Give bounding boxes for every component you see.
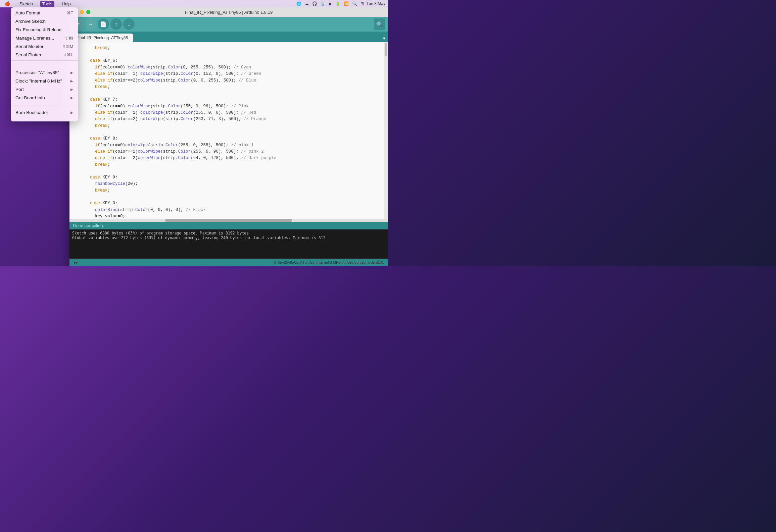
hscroll-thumb[interactable] <box>165 219 293 222</box>
status-line: 99 <box>74 260 78 264</box>
scrollbar-thumb[interactable] <box>385 43 387 56</box>
code-line: colorRing(strip.Color(0, 0, 0), 0); // B… <box>69 207 384 213</box>
code-line: else if(color==1) colorWipe(strip.Color(… <box>69 110 384 116</box>
code-line: if(color==0)colorWipe(strip.Color(255, 0… <box>69 142 384 149</box>
console-line: Sketch uses 6880 bytes (83%) of program … <box>72 231 385 235</box>
code-line: else if(color==1)colorWipe(strip.Color(2… <box>69 149 384 155</box>
wifi-icon: 🌐 <box>296 1 301 6</box>
code-line: break; <box>69 45 384 51</box>
menu-manage-libraries[interactable]: Manage Libraries... ⇧⌘I <box>11 34 78 42</box>
console-status: Done compiling. <box>69 222 388 229</box>
menu-board[interactable]: Processor: "ATtiny85" <box>11 68 78 77</box>
code-editor[interactable]: break; case KEY_6: if(color==0) colorWip… <box>69 42 384 219</box>
datetime: Tue 3 May <box>367 1 385 6</box>
control-icon: ⊞ <box>360 1 364 6</box>
sketch-menu[interactable]: Sketch <box>17 1 35 7</box>
podcast-icon: 📡 <box>321 1 326 6</box>
code-line: if(color==0) colorWipe(strip.Color(255, … <box>69 103 384 110</box>
code-line: else if(color==1) colorWipe(strip.Color(… <box>69 71 384 77</box>
code-line <box>69 194 384 200</box>
battery-icon: 🔋 <box>335 1 340 6</box>
wifi-status-icon: 📶 <box>344 1 349 6</box>
code-line: break; <box>69 162 384 168</box>
status-bar: 99 ATtiny25/45/85, ATtiny85, Internal 8 … <box>69 259 388 266</box>
code-line <box>69 51 384 58</box>
tab-label: Final_IR_Pixelring_ATTiny85 <box>76 36 128 40</box>
minimize-button[interactable] <box>80 10 84 14</box>
cloud-icon: ☁ <box>305 1 309 6</box>
code-line: break; <box>69 188 384 194</box>
new-button[interactable]: 📄 <box>98 18 109 30</box>
arduino-window: Final_IR_Pixelring_ATTiny85 | Arduino 1.… <box>69 7 388 266</box>
console-output: Sketch uses 6880 bytes (83%) of program … <box>69 229 388 259</box>
menu-serial-monitor[interactable]: Serial Monitor ⇧⌘M <box>11 42 78 51</box>
tab-bar: Final_IR_Pixelring_ATTiny85 ▾ <box>69 32 388 42</box>
code-line: break; <box>69 84 384 90</box>
menu-wifi-firmware[interactable] <box>11 62 78 65</box>
tab-dropdown-button[interactable]: ▾ <box>382 34 387 42</box>
code-line: case KEY_6: <box>69 58 384 64</box>
code-line: case KEY_8: <box>69 136 384 142</box>
menu-auto-format[interactable]: Auto Format ⌘T <box>11 9 78 17</box>
titlebar: Final_IR_Pixelring_ATTiny85 | Arduino 1.… <box>69 7 388 17</box>
console-line: Global variables use 272 bytes (53%) of … <box>72 235 385 240</box>
mail-icon: 🎧 <box>312 1 317 6</box>
code-line: case KEY_9: <box>69 174 384 181</box>
toolbar: ✔ → 📄 ↑ ↓ 🔍 <box>69 17 388 32</box>
code-line <box>69 90 384 97</box>
menu-archive-sketch[interactable]: Archive Sketch <box>11 17 78 25</box>
code-line <box>69 168 384 174</box>
window-title: Final_IR_Pixelring_ATTiny85 | Arduino 1.… <box>185 10 273 15</box>
tools-dropdown: Auto Format ⌘T Archive Sketch Fix Encodi… <box>11 7 78 121</box>
tools-menu[interactable]: Tools <box>40 1 54 7</box>
code-line: case KEY_7: <box>69 97 384 103</box>
code-line: rainbowCycle(20); <box>69 181 384 187</box>
editor-wrapper: break; case KEY_6: if(color==0) colorWip… <box>69 42 388 222</box>
apple-menu[interactable]: 🍎 <box>3 1 12 7</box>
console: Done compiling. Sketch uses 6880 bytes (… <box>69 222 388 259</box>
upload-button[interactable]: → <box>85 18 96 30</box>
code-line: break; <box>69 123 384 129</box>
menu-get-board-info[interactable] <box>11 102 78 105</box>
code-line: else if(color==2)colorWipe(strip.Color(0… <box>69 77 384 84</box>
open-button[interactable]: ↑ <box>110 18 122 30</box>
menu-clock[interactable]: Port <box>11 85 78 94</box>
menu-port[interactable]: Get Board Info <box>11 94 78 102</box>
menu-programmer[interactable]: Burn Bootloader <box>11 108 78 117</box>
save-button[interactable]: ↓ <box>123 18 135 30</box>
code-line: case KEY_0: <box>69 200 384 207</box>
code-line: else if(color==2) colorWipe(strip.Color(… <box>69 116 384 122</box>
menu-processor[interactable]: Clock: "Internal 8 MHz" <box>11 77 78 85</box>
status-board: ATtiny25/45/85, ATtiny85, Internal 8 MHz… <box>274 260 384 264</box>
menu-fix-encoding[interactable]: Fix Encoding & Reload <box>11 25 78 34</box>
tab-main[interactable]: Final_IR_Pixelring_ATTiny85 <box>71 34 133 42</box>
code-line: if(color==0) colorWipe(strip.Color(0, 25… <box>69 64 384 71</box>
vertical-scrollbar[interactable] <box>384 42 388 219</box>
horizontal-scrollbar[interactable] <box>69 219 388 222</box>
code-line <box>69 129 384 136</box>
fullscreen-button[interactable] <box>86 10 90 14</box>
search-icon[interactable]: 🔍 <box>352 1 357 6</box>
menu-burn-bootloader[interactable] <box>11 117 78 120</box>
menu-serial-plotter[interactable]: Serial Plotter ⇧⌘L <box>11 51 78 59</box>
menubar-icons: 🌐 ☁ 🎧 📡 ▶ 🔋 📶 🔍 ⊞ <box>296 1 364 6</box>
code-line: else if(color==2)colorWipe(strip.Color(6… <box>69 155 384 161</box>
play-icon: ▶ <box>329 1 332 6</box>
help-menu[interactable]: Help <box>60 1 73 7</box>
separator-1 <box>11 60 78 61</box>
separator-2 <box>11 67 78 67</box>
separator-3 <box>11 107 78 107</box>
serial-monitor-button[interactable]: 🔍 <box>374 18 385 30</box>
code-line: key_value=0; <box>69 213 384 219</box>
menubar: 🍎 Sketch Tools Help 🌐 ☁ 🎧 📡 ▶ 🔋 📶 🔍 ⊞ Tu… <box>0 0 388 7</box>
